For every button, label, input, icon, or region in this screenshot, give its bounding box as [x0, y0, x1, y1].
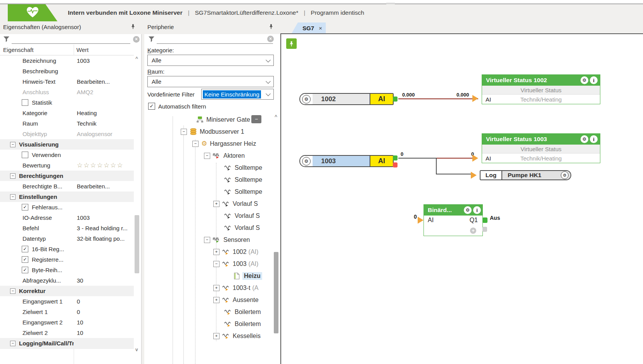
- table-row: Datentyp32-bit floating po...: [0, 233, 134, 244]
- binary-decoder-block[interactable]: Binärd... ⚙ i AI Q1 +: [423, 204, 483, 236]
- prop-value[interactable]: 0: [74, 309, 134, 315]
- group-label: Einstellungen: [19, 193, 57, 200]
- output-connector[interactable]: [393, 155, 398, 160]
- wire-value: 0: [414, 214, 417, 220]
- group-row[interactable]: −Visualisierung: [0, 139, 134, 150]
- prop-value[interactable]: Heating: [74, 110, 134, 116]
- prop-value[interactable]: 1003: [74, 57, 134, 64]
- collapse-icon[interactable]: −: [204, 237, 210, 243]
- log-block-pumpe-hk1[interactable]: Log Pumpe HK1 ⚙: [480, 170, 571, 180]
- checkbox-checked[interactable]: ✓: [22, 256, 28, 263]
- scrollbar-thumb[interactable]: [274, 252, 278, 333]
- block-label: 1002: [313, 94, 370, 104]
- filter-icon: [148, 36, 155, 44]
- clear-filter-button[interactable]: ×: [133, 36, 140, 43]
- scroll-down-icon[interactable]: v: [135, 347, 138, 352]
- prop-value: AMQ2: [74, 89, 134, 95]
- scrollbar-thumb[interactable]: [135, 215, 139, 273]
- add-output-button[interactable]: +: [470, 228, 476, 234]
- collapse-icon[interactable]: −: [10, 173, 16, 179]
- info-icon[interactable]: i: [473, 206, 481, 214]
- wire-value: 0: [401, 151, 403, 157]
- output-connector-inactive[interactable]: [482, 227, 487, 232]
- prop-value[interactable]: 1003: [74, 214, 134, 221]
- prop-value[interactable]: 0: [74, 298, 134, 305]
- group-row[interactable]: −Berechtigungen: [0, 171, 134, 181]
- clear-filter-button[interactable]: ×: [267, 36, 274, 42]
- collapse-icon[interactable]: −: [10, 142, 16, 147]
- collapse-icon[interactable]: −: [10, 341, 16, 346]
- prop-value[interactable]: Technik: [74, 120, 134, 127]
- program-canvas[interactable]: 0.000 0.000 0 0 ⚙ 1002 AI ⚙ 1003 AI Virt…: [280, 33, 643, 364]
- raum-dropdown[interactable]: Alle: [147, 76, 274, 87]
- scroll-up-icon[interactable]: ^: [135, 56, 138, 61]
- collapse-icon[interactable]: −: [204, 153, 210, 159]
- tree-item-label: Sensoren: [223, 236, 250, 243]
- table-row: Abfragezyklu...30: [0, 275, 134, 286]
- collapse-icon[interactable]: −: [192, 141, 199, 147]
- output-connector[interactable]: [482, 217, 487, 223]
- scroll-up-icon[interactable]: ^: [275, 114, 277, 119]
- collapse-icon[interactable]: −: [10, 194, 16, 200]
- expand-icon[interactable]: +: [213, 201, 220, 207]
- vordefinierte-filter-dropdown[interactable]: Keine Einschränkung: [201, 89, 274, 100]
- properties-filter-input[interactable]: [12, 43, 130, 44]
- kategorie-dropdown[interactable]: Alle: [147, 55, 274, 66]
- collapse-icon[interactable]: −: [10, 288, 16, 294]
- expand-icon[interactable]: +: [213, 297, 220, 303]
- checkbox-checked[interactable]: ✓: [22, 246, 28, 252]
- checkbox-checked[interactable]: ✓: [22, 204, 28, 210]
- prop-value[interactable]: Bearbeiten...: [74, 78, 134, 85]
- gear-icon[interactable]: ⚙: [561, 171, 569, 179]
- block-subtitle: Virtueller Status: [482, 86, 600, 95]
- expand-icon[interactable]: +: [213, 333, 220, 339]
- column-header-eigenschaft[interactable]: Eigenschaft: [3, 47, 33, 53]
- block-gear-button[interactable]: ⚙: [300, 94, 313, 104]
- tree-item-label: Miniserver Gate: [206, 116, 250, 123]
- group-row[interactable]: −Korrektur: [0, 286, 134, 297]
- input-connector[interactable]: [418, 217, 423, 224]
- info-icon[interactable]: i: [590, 135, 598, 143]
- output-connector[interactable]: [393, 97, 398, 102]
- pin-button[interactable]: [286, 38, 297, 49]
- info-icon[interactable]: i: [590, 76, 598, 84]
- pin-icon[interactable]: [130, 24, 136, 29]
- checkbox-checked[interactable]: ✓: [148, 103, 155, 110]
- pin-icon[interactable]: [268, 24, 274, 29]
- checkbox-unchecked[interactable]: [22, 99, 28, 106]
- sensor-block-1003[interactable]: ⚙ 1003 AI: [299, 155, 394, 167]
- prop-value[interactable]: 10: [74, 329, 134, 336]
- group-row[interactable]: −Logging/Mail/Call/Track: [0, 338, 134, 349]
- expand-icon[interactable]: +: [213, 249, 220, 255]
- virtual-status-1003-block[interactable]: Virtueller Status 1003 ⚙ i Virtueller St…: [482, 133, 600, 163]
- input-connector[interactable]: [472, 155, 478, 162]
- checkbox-checked[interactable]: ✓: [22, 267, 28, 273]
- prop-value[interactable]: Bearbeiten...: [74, 183, 134, 190]
- block-gear-button[interactable]: ⚙: [300, 156, 313, 166]
- expand-icon[interactable]: +: [213, 285, 220, 291]
- sensor-block-1002[interactable]: ⚙ 1002 AI: [299, 93, 394, 105]
- error-connector[interactable]: [393, 162, 398, 167]
- column-header-wert[interactable]: Wert: [76, 47, 88, 53]
- tab-sg7[interactable]: SG7 ×: [292, 22, 326, 33]
- prop-value[interactable]: 30: [74, 277, 134, 284]
- collapse-panel-button[interactable]: −: [251, 115, 261, 123]
- group-row[interactable]: −Einstellungen: [0, 191, 134, 202]
- prop-value[interactable]: 10: [74, 319, 134, 326]
- tree-item-label: 1002: [233, 248, 247, 255]
- table-row: Befehl3 - Read holding r...: [0, 223, 134, 234]
- gear-icon[interactable]: ⚙: [581, 135, 588, 143]
- checkbox-unchecked[interactable]: [22, 152, 28, 158]
- virtual-status-1002-block[interactable]: Virtueller Status 1002 ⚙ i Virtueller St…: [482, 74, 600, 104]
- collapse-icon[interactable]: −: [181, 129, 187, 135]
- collapse-icon[interactable]: −: [213, 261, 220, 267]
- input-connector[interactable]: [471, 172, 477, 179]
- periphery-filter-input[interactable]: [157, 43, 273, 44]
- rating-stars[interactable]: ☆☆☆☆☆☆☆: [74, 161, 134, 169]
- gear-icon[interactable]: ⚙: [581, 76, 588, 84]
- close-icon[interactable]: ×: [319, 25, 322, 31]
- gear-icon[interactable]: ⚙: [464, 206, 472, 214]
- prop-value[interactable]: 32-bit floating po...: [74, 235, 134, 242]
- prop-value[interactable]: 3 - Read holding r...: [74, 225, 134, 231]
- input-connector[interactable]: [472, 95, 478, 102]
